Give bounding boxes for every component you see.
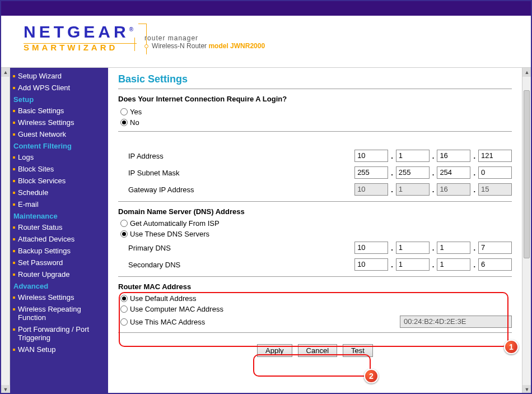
ip-octet-input[interactable]: 121	[478, 150, 512, 162]
dot-separator: .	[472, 186, 477, 194]
sidebar-item[interactable]: Router Upgrade	[10, 268, 108, 280]
scrollbar-thumb[interactable]	[524, 90, 530, 258]
dns-auto-label: Get Automatically From ISP	[130, 219, 220, 228]
dot-separator: .	[389, 169, 395, 177]
mac-default-option[interactable]: Use Default Address	[118, 293, 512, 304]
sidebar-item[interactable]: Wireless Repeating Function	[10, 303, 108, 323]
mac-heading: Router MAC Address	[118, 282, 512, 291]
ip-octet-input[interactable]: 1	[437, 242, 470, 254]
sidebar-item[interactable]: Set Password	[10, 257, 108, 268]
sidebar-scrollbar[interactable]: ▲ ▼	[1, 68, 10, 394]
radio-icon[interactable]	[120, 295, 128, 302]
radio-icon[interactable]	[120, 305, 128, 313]
dot-separator: .	[472, 152, 477, 160]
dot-separator: .	[431, 152, 436, 160]
secondary-dns-label: Secondary DNS	[118, 261, 264, 269]
sidebar-heading: Content Filtering	[10, 140, 108, 151]
dns-auto-option[interactable]: Get Automatically From ISP	[118, 218, 512, 229]
sidebar-item[interactable]: Attached Devices	[10, 233, 108, 245]
divider	[118, 89, 512, 89]
ip-octet-input[interactable]: 10	[354, 150, 388, 162]
bullet-icon	[144, 44, 148, 48]
login-yes-option[interactable]: Yes	[118, 106, 512, 117]
main-scrollbar[interactable]: ▲ ▼	[522, 68, 531, 394]
sidebar-item[interactable]: Wireless Settings	[10, 117, 108, 128]
radio-icon[interactable]	[120, 220, 128, 227]
ip-octet-input[interactable]: 7	[478, 242, 512, 254]
cancel-button[interactable]: Cancel	[298, 344, 337, 357]
sidebar-heading: Maintenance	[10, 210, 108, 221]
sidebar-item[interactable]: Setup Wizard	[10, 70, 108, 82]
mac-computer-option[interactable]: Use Computer MAC Address	[118, 304, 512, 314]
divider	[118, 131, 512, 132]
dns-heading: Domain Name Server (DNS) Address	[118, 207, 512, 216]
subbrand-wizard: WIZARD	[67, 43, 118, 52]
login-yes-label: Yes	[130, 108, 142, 116]
ip-octet-input[interactable]: 10	[354, 242, 388, 254]
ip-octet-input[interactable]: 6	[478, 258, 512, 271]
test-button[interactable]: Test	[343, 344, 373, 357]
subbrand-smart: SMART	[24, 43, 67, 52]
header-product: Wireless-N Router	[152, 42, 208, 50]
sidebar-item[interactable]: Block Services	[10, 175, 108, 187]
dot-separator: .	[389, 261, 395, 269]
scroll-down-icon[interactable]: ▼	[522, 385, 531, 394]
scroll-up-icon[interactable]: ▲	[522, 68, 531, 77]
sidebar-item[interactable]: Port Forwarding / Port Triggering	[10, 323, 108, 344]
radio-icon[interactable]	[120, 318, 128, 326]
subnet-mask-fields: 255.255.254.0	[354, 166, 512, 179]
dot-separator: .	[472, 261, 477, 269]
sidebar-item[interactable]: Logs	[10, 151, 108, 163]
radio-icon[interactable]	[120, 108, 128, 115]
sidebar-heading: Advanced	[10, 280, 108, 291]
ip-octet-input[interactable]: 1	[396, 242, 430, 254]
sidebar-item[interactable]: Block Sites	[10, 163, 108, 175]
ip-octet-input[interactable]: 254	[437, 166, 470, 179]
sidebar-item[interactable]: Router Status	[10, 221, 108, 233]
radio-icon[interactable]	[120, 230, 128, 238]
login-no-label: No	[130, 118, 139, 127]
ip-address-fields: 10.1.16.121	[354, 150, 512, 162]
sidebar-item[interactable]: E-mail	[10, 198, 108, 210]
ip-octet-input[interactable]: 10	[354, 258, 388, 271]
ip-octet-input[interactable]: 1	[437, 258, 470, 271]
sidebar-item[interactable]: Basic Settings	[10, 105, 108, 117]
sidebar-item[interactable]: Add WPS Client	[10, 82, 108, 94]
primary-dns-label: Primary DNS	[118, 244, 264, 252]
sidebar-item[interactable]: WAN Setup	[10, 344, 108, 355]
header-subtitle: router manager Wireless-N Router model J…	[144, 34, 265, 52]
mac-default-label: Use Default Address	[130, 294, 197, 303]
dot-separator: .	[431, 261, 436, 269]
ip-octet-input[interactable]: 1	[396, 150, 430, 162]
dns-use-label: Use These DNS Servers	[130, 230, 209, 238]
dot-separator: .	[389, 244, 395, 252]
sidebar-item[interactable]: Wireless Settings	[10, 291, 108, 303]
gateway-label: Gateway IP Address	[118, 186, 264, 194]
dot-separator: .	[472, 244, 477, 252]
mac-this-input[interactable]: 00:24:B2:4D:2E:3E	[400, 316, 512, 328]
divider	[118, 332, 512, 333]
dns-use-option[interactable]: Use These DNS Servers	[118, 229, 512, 239]
ip-octet-input[interactable]: 255	[396, 166, 430, 179]
scroll-down-icon[interactable]: ▼	[1, 385, 10, 394]
dot-separator: .	[431, 244, 436, 252]
header-model: model JWNR2000	[208, 42, 265, 50]
sidebar: Setup WizardAdd WPS ClientSetupBasic Set…	[10, 68, 108, 394]
ip-octet-input[interactable]: 16	[437, 150, 470, 162]
ip-octet-input: 1	[396, 183, 430, 196]
brand-text: NETGEAR	[24, 22, 129, 41]
scroll-up-icon[interactable]: ▲	[1, 68, 10, 77]
ip-octet-input[interactable]: 255	[354, 166, 388, 179]
apply-button[interactable]: Apply	[257, 344, 292, 357]
sidebar-item[interactable]: Backup Settings	[10, 245, 108, 257]
sidebar-heading: Setup	[10, 94, 108, 105]
login-no-option[interactable]: No	[118, 117, 512, 128]
mac-computer-label: Use Computer MAC Address	[130, 305, 223, 313]
ip-address-label: IP Address	[118, 152, 264, 160]
mac-this-option[interactable]: Use This MAC Address 00:24:B2:4D:2E:3E	[118, 314, 512, 329]
ip-octet-input[interactable]: 1	[396, 258, 430, 271]
sidebar-item[interactable]: Guest Network	[10, 128, 108, 140]
ip-octet-input[interactable]: 0	[478, 166, 512, 179]
radio-icon[interactable]	[120, 119, 128, 126]
sidebar-item[interactable]: Schedule	[10, 187, 108, 198]
